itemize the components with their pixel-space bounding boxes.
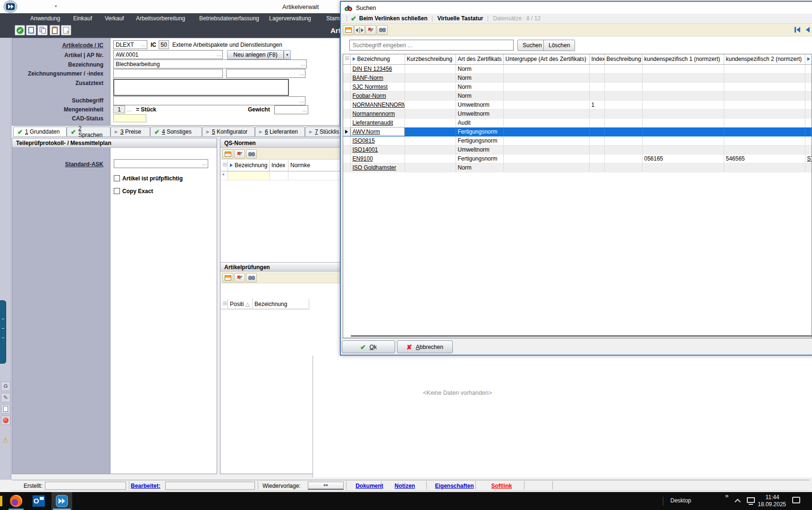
menu-anwendung[interactable]: Anwendung [30, 15, 60, 22]
overflow-chevron[interactable]: » [725, 492, 728, 499]
wiedervorlage-spin[interactable]: ** [308, 482, 344, 490]
table-row[interactable]: ISO Goldhamster Norm [343, 163, 812, 172]
filter-clear-button[interactable]: ✘ [234, 273, 245, 282]
tab-sprachen[interactable]: ✔2 Sprachen [67, 127, 110, 137]
bearbeitet-link[interactable]: Bearbeitet: [131, 483, 161, 489]
col-bezeichnung[interactable]: Bezeichnung [350, 54, 405, 64]
menu-arbeitsvorbereitung[interactable]: Arbeitsvorbereitung [136, 15, 185, 22]
confirm-button[interactable]: ✔ [15, 25, 25, 35]
table-row[interactable]: ISO14001 Umweltnorm [343, 145, 812, 154]
cad-status-field[interactable] [113, 114, 146, 122]
dokument-link[interactable]: Dokument [349, 483, 389, 489]
pruef-col-bezeichnung[interactable]: Bezeichnung [253, 299, 309, 309]
table-row[interactable]: Lieferantenaudit Audit [343, 118, 812, 127]
tab-lieferanten[interactable]: ▶6 Lieferanten [255, 127, 305, 137]
grid-view-button[interactable] [343, 25, 354, 35]
eigenschaften-link[interactable]: Eigenschaften [430, 483, 479, 489]
browse-ellipsis-button[interactable]: ... [217, 51, 221, 58]
table-row[interactable]: BANF-Norm Norm [343, 73, 812, 82]
softlink-link[interactable]: Softlink [479, 483, 524, 489]
column-layout-button[interactable] [354, 25, 365, 35]
col-kurzbeschreibung[interactable]: Kurzbeschreibung [405, 54, 456, 64]
neu-anlegen-button[interactable]: Neu anlegen (F8) [227, 50, 284, 60]
paste-button[interactable] [50, 25, 60, 35]
copy-button[interactable] [37, 25, 48, 35]
browse-ellipsis-button[interactable]: ... [302, 106, 307, 113]
col-kunden2[interactable]: kundenspezifisch 2 (normzert) [724, 54, 805, 64]
desktop-toggle[interactable]: Desktop [670, 497, 691, 504]
record-state-button[interactable] [1, 416, 10, 425]
notizen-link[interactable]: Notizen [385, 483, 425, 489]
table-row[interactable]: ISO0815 Fertigungsnorm [343, 136, 812, 145]
dialog-titlebar[interactable]: Suchen [341, 2, 812, 14]
gewicht-field[interactable]: ... [274, 105, 308, 114]
tab-grunddaten[interactable]: ✔1 Grunddaten [13, 127, 67, 137]
zusatztext-field[interactable] [113, 79, 289, 96]
label-artikelcode[interactable]: Artikelcode / IC [62, 42, 103, 49]
menu-einkauf[interactable]: Einkauf [73, 15, 92, 22]
artikelcode-field[interactable]: DLEXT... [113, 40, 147, 49]
archive-tool-button[interactable]: ♻ [1, 382, 10, 391]
loeschen-button[interactable]: Löschen [543, 40, 575, 51]
network-icon[interactable] [747, 497, 755, 503]
tab-preise[interactable]: ▶3 Preise [110, 127, 150, 137]
document-tool-button[interactable] [1, 404, 10, 414]
virtual-keyboard-menuitem[interactable]: Virtuelle Tastatur [437, 15, 483, 22]
col-kunden1[interactable]: kundenspezifisch 1 (normzert) [642, 54, 724, 64]
table-row[interactable]: Normannennorm Umweltnorm [343, 109, 812, 118]
ic-number-field[interactable]: 50 [159, 40, 169, 49]
suchbegriff-field[interactable]: ... [113, 96, 305, 105]
browse-ellipsis-button[interactable]: ... [299, 97, 304, 104]
menge-ellipsis[interactable]: ... [127, 106, 131, 113]
table-row[interactable]: DIN EN 123456 Norm [343, 64, 812, 73]
label-standard-ask[interactable]: Standard-ASK [65, 161, 103, 168]
zeichnungsnummer-field[interactable] [113, 69, 223, 78]
horizontal-scrollbar[interactable] [351, 335, 812, 337]
browse-ellipsis-button[interactable]: ... [141, 41, 146, 48]
col-extra[interactable] [805, 54, 812, 64]
menge-field[interactable]: 1 [113, 105, 125, 113]
nav-previous-record-button[interactable] [804, 26, 812, 34]
quick-access-caret-icon[interactable]: ▾ [55, 4, 57, 8]
cut-off-app-icon[interactable] [0, 496, 2, 506]
browse-ellipsis-button[interactable]: ... [301, 60, 305, 67]
pruefpflichtig-checkbox[interactable] [114, 175, 120, 181]
browse-ellipsis-button[interactable]: ... [202, 160, 207, 167]
menu-verkauf[interactable]: Verkauf [105, 15, 124, 22]
abbrechen-button[interactable]: ✘ Abbrechen [397, 340, 453, 353]
table-row[interactable]: SJC Normtest Norm [343, 82, 812, 91]
table-row-selected[interactable]: AWV.Norm Fertigungsnorm [343, 127, 812, 136]
search-input[interactable] [349, 40, 514, 51]
pruef-col-position[interactable]: Positi △ [228, 299, 253, 309]
grid-view-button[interactable] [222, 273, 233, 282]
artikel-nr-field[interactable]: AW.0001... [113, 50, 223, 59]
standard-ask-field[interactable]: ... [114, 159, 208, 168]
close-on-link-menuitem[interactable]: Beim Verlinken schließen [359, 15, 428, 22]
browse-ellipsis-button[interactable]: ... [299, 70, 304, 76]
grid-view-button[interactable] [222, 149, 233, 159]
edit-tool-button[interactable]: ✎ [1, 393, 10, 402]
bezeichnung-field[interactable]: Blechbearbeitung... [113, 60, 307, 68]
qs-new-row-cell[interactable] [270, 171, 288, 180]
suchen-button[interactable]: Suchen [517, 40, 547, 51]
lookup-button[interactable]: ✦ [61, 25, 71, 35]
table-row[interactable]: Foobar-Norm Norm [343, 91, 812, 100]
docked-panel-tab[interactable] [0, 300, 6, 364]
new-document-button[interactable] [26, 25, 36, 35]
taskbar-active-app-button[interactable] [51, 492, 72, 510]
tab-sonstiges[interactable]: ✔4 Sonstiges [150, 127, 202, 137]
neu-anlegen-dropdown[interactable]: ▼ [284, 50, 291, 60]
col-index[interactable]: Index [589, 54, 604, 64]
taskbar-outlook-button[interactable]: O [32, 494, 45, 508]
col-art-zertifikat[interactable]: Art des Zertifikats [456, 54, 503, 64]
tab-konfigurator[interactable]: ▶5 Konfigurator [202, 127, 255, 137]
copy-exact-checkbox[interactable] [114, 188, 120, 194]
col-untergruppe[interactable]: Untergruppe (Art des Zertifikats) [503, 54, 589, 64]
table-row[interactable]: EN9100 Fertigungsnorm 056165546565 ST [343, 154, 812, 163]
nav-first-record-button[interactable] [793, 26, 802, 34]
col-beschreibung[interactable]: Beschreibung [604, 54, 642, 64]
menu-lagerverwaltung[interactable]: Lagerverwaltung [269, 15, 311, 22]
ok-button[interactable]: ✔ Ok [342, 340, 395, 353]
filter-clear-button[interactable]: ✘ [365, 25, 376, 35]
qs-col-bezeichnung[interactable]: Bezeichnung [228, 160, 270, 171]
